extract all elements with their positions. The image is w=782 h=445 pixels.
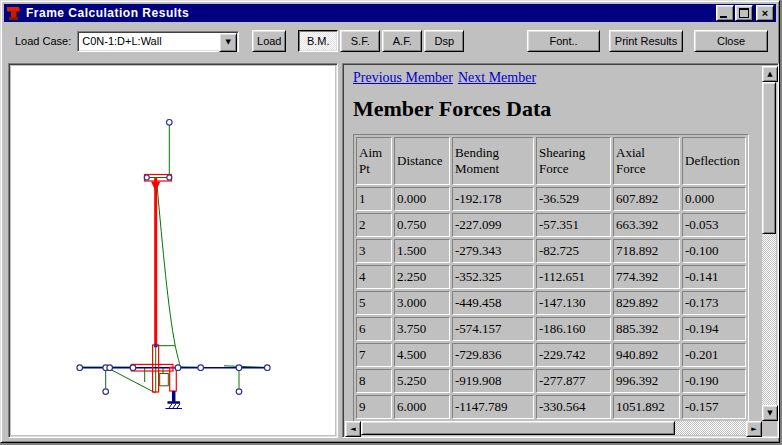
font-button[interactable]: Font.. bbox=[527, 30, 600, 52]
table-cell: -352.325 bbox=[452, 265, 534, 289]
table-header-row: Aim PtDistanceBending MomentShearing For… bbox=[356, 137, 746, 185]
table-cell: -0.053 bbox=[682, 213, 746, 237]
arrow-left-icon: ◄ bbox=[350, 426, 355, 433]
scroll-down-button[interactable]: ▼ bbox=[762, 405, 778, 421]
column-header: Shearing Force bbox=[536, 137, 611, 185]
table-cell: -729.836 bbox=[452, 343, 534, 367]
table-cell: 4.500 bbox=[394, 343, 450, 367]
table-cell: -0.100 bbox=[682, 239, 746, 263]
table-cell: 718.892 bbox=[613, 239, 680, 263]
table-cell: 1 bbox=[356, 187, 392, 211]
table-cell: 0.000 bbox=[682, 187, 746, 211]
frame-and-moment-lines bbox=[80, 125, 268, 393]
arrow-right-icon: ► bbox=[751, 426, 756, 433]
table-row: 74.500-729.836-229.742940.892-0.201 bbox=[356, 343, 746, 367]
table-cell: -229.742 bbox=[536, 343, 611, 367]
close-icon: × bbox=[762, 7, 768, 19]
table-cell: -227.099 bbox=[452, 213, 534, 237]
t-beam-app-icon bbox=[6, 5, 23, 21]
table-cell: 9 bbox=[356, 395, 392, 419]
table-cell: 996.392 bbox=[613, 369, 680, 393]
joint-node bbox=[154, 344, 158, 348]
table-cell: 5.250 bbox=[394, 369, 450, 393]
minimize-button[interactable] bbox=[716, 5, 734, 21]
table-row: 53.000-449.458-147.130829.892-0.173 bbox=[356, 291, 746, 315]
table-cell: 2 bbox=[356, 213, 392, 237]
table-cell: -36.529 bbox=[536, 187, 611, 211]
table-row: 96.000-1147.789-330.5641051.892-0.157 bbox=[356, 395, 746, 419]
load-case-label: Load Case: bbox=[15, 35, 71, 47]
table-cell: 3.000 bbox=[394, 291, 450, 315]
member-highlight-boxes bbox=[131, 175, 176, 393]
dsp-toggle-button[interactable]: Dsp bbox=[424, 30, 464, 52]
load-arrow-icon bbox=[151, 182, 160, 192]
table-cell: 1051.892 bbox=[613, 395, 680, 419]
page-title: Member Forces Data bbox=[353, 97, 762, 121]
table-cell: 2.250 bbox=[394, 265, 450, 289]
sf-toggle-button[interactable]: S.F. bbox=[340, 30, 380, 52]
load-case-dropdown[interactable]: C0N-1:D+L:Wall ▼ bbox=[77, 31, 239, 52]
load-button[interactable]: Load bbox=[252, 30, 286, 52]
table-cell: 6 bbox=[356, 317, 392, 341]
dropdown-button[interactable]: ▼ bbox=[219, 33, 237, 52]
table-cell: 3 bbox=[356, 239, 392, 263]
table-cell: 0.750 bbox=[394, 213, 450, 237]
table-cell: 885.392 bbox=[613, 317, 680, 341]
horizontal-scrollbar[interactable]: ◄ ► bbox=[345, 421, 762, 435]
table-row: 10.000-192.178-36.529607.8920.000 bbox=[356, 187, 746, 211]
vertical-scroll-track[interactable] bbox=[762, 234, 776, 405]
scroll-right-button[interactable]: ► bbox=[746, 421, 762, 437]
table-cell: -0.157 bbox=[682, 395, 746, 419]
close-window-button[interactable]: × bbox=[756, 5, 774, 21]
table-cell: -279.343 bbox=[452, 239, 534, 263]
table-cell: -0.173 bbox=[682, 291, 746, 315]
toolbar: Load Case: C0N-1:D+L:Wall ▼ Load B.M. S.… bbox=[4, 22, 776, 60]
frame-diagram-panel bbox=[8, 63, 338, 438]
column-header: Axial Force bbox=[613, 137, 680, 185]
titlebar: Frame Calculation Results × bbox=[4, 4, 776, 22]
table-cell: 940.892 bbox=[613, 343, 680, 367]
table-cell: -112.651 bbox=[536, 265, 611, 289]
table-cell: -574.157 bbox=[452, 317, 534, 341]
maximize-icon bbox=[739, 8, 749, 18]
window-title: Frame Calculation Results bbox=[26, 6, 715, 20]
frame-diagram-canvas[interactable] bbox=[11, 66, 335, 435]
column-header: Bending Moment bbox=[452, 137, 534, 185]
table-cell: 1.500 bbox=[394, 239, 450, 263]
table-cell: -0.201 bbox=[682, 343, 746, 367]
table-cell: 663.392 bbox=[613, 213, 680, 237]
table-cell: -0.190 bbox=[682, 369, 746, 393]
horizontal-scroll-thumb[interactable] bbox=[361, 421, 675, 435]
scroll-left-button[interactable]: ◄ bbox=[345, 421, 361, 437]
frame-calculation-results-window: Frame Calculation Results × Load Case: C… bbox=[0, 0, 780, 443]
next-member-link[interactable]: Next Member bbox=[458, 70, 536, 85]
bm-toggle-button[interactable]: B.M. bbox=[298, 30, 338, 52]
arrow-down-icon: ▼ bbox=[767, 410, 772, 417]
scrollbar-corner bbox=[762, 421, 776, 435]
chevron-down-icon: ▼ bbox=[226, 38, 231, 46]
close-button[interactable]: Close bbox=[694, 30, 768, 52]
vertical-scroll-thumb[interactable] bbox=[762, 82, 776, 234]
table-cell: -192.178 bbox=[452, 187, 534, 211]
scroll-up-button[interactable]: ▲ bbox=[762, 66, 778, 82]
table-row: 63.750-574.157-186.160885.392-0.194 bbox=[356, 317, 746, 341]
vertical-scrollbar[interactable]: ▲ ▼ bbox=[762, 66, 776, 421]
table-row: 42.250-352.325-112.651774.392-0.141 bbox=[356, 265, 746, 289]
table-cell: 8 bbox=[356, 369, 392, 393]
results-document: Previous MemberNext Member Member Forces… bbox=[345, 66, 762, 421]
af-toggle-button[interactable]: A.F. bbox=[382, 30, 422, 52]
horizontal-scroll-track[interactable] bbox=[675, 421, 746, 435]
member-forces-table-body: Aim PtDistanceBending MomentShearing For… bbox=[356, 137, 746, 419]
previous-member-link[interactable]: Previous Member bbox=[353, 70, 453, 85]
table-cell: 607.892 bbox=[613, 187, 680, 211]
table-cell: 0.000 bbox=[394, 187, 450, 211]
frame-diagram bbox=[11, 66, 335, 435]
member-navigation: Previous MemberNext Member bbox=[353, 70, 762, 86]
table-cell: 774.392 bbox=[613, 265, 680, 289]
minimize-icon bbox=[720, 16, 727, 18]
table-cell: -57.351 bbox=[536, 213, 611, 237]
maximize-button[interactable] bbox=[735, 5, 753, 21]
column-header: Aim Pt bbox=[356, 137, 392, 185]
table-cell: 4 bbox=[356, 265, 392, 289]
print-results-button[interactable]: Print Results bbox=[609, 30, 683, 52]
